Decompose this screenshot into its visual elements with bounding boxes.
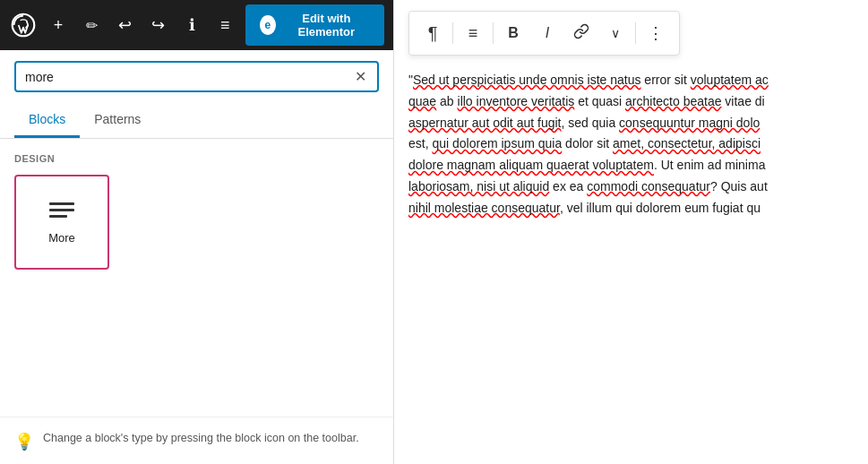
kebab-menu-button[interactable]: ⋮	[640, 17, 672, 49]
tab-blocks[interactable]: Blocks	[14, 103, 80, 138]
design-label: DESIGN	[14, 153, 379, 164]
kebab-icon: ⋮	[648, 23, 665, 43]
content-area: "Sed ut perspiciatis unde omnis iste nat…	[394, 63, 868, 464]
redo-icon: ↪	[151, 15, 165, 35]
align-icon: ≡	[468, 24, 478, 43]
link-icon	[573, 23, 589, 43]
align-button[interactable]: ≡	[457, 17, 489, 49]
more-block-item[interactable]: More	[14, 175, 109, 270]
elementor-icon: e	[260, 15, 276, 35]
hint-area: 💡 Change a block's type by pressing the …	[0, 417, 393, 464]
wp-logo-button[interactable]	[9, 7, 39, 43]
redo-button[interactable]: ↪	[145, 9, 171, 41]
content-paragraph: "Sed ut perspiciatis unde omnis iste nat…	[408, 70, 854, 219]
edit-icon: ✏	[86, 17, 98, 34]
undo-button[interactable]: ↩	[112, 9, 138, 41]
lightbulb-icon: 💡	[14, 432, 34, 451]
search-area: ✕	[0, 50, 393, 103]
more-block-icon	[49, 201, 74, 224]
design-section: DESIGN More	[0, 139, 393, 417]
italic-button[interactable]: I	[531, 17, 563, 49]
info-icon: ℹ	[189, 15, 195, 35]
clear-search-button[interactable]: ✕	[353, 68, 368, 85]
edit-elementor-button[interactable]: e Edit with Elementor	[245, 4, 384, 46]
toolbar-divider-3	[635, 22, 636, 44]
info-button[interactable]: ℹ	[179, 9, 205, 41]
more-options-dropdown-button[interactable]: ∨	[599, 17, 632, 49]
bold-button[interactable]: B	[497, 17, 529, 49]
left-panel: + ✏ ↩ ↪ ℹ ≡ e Edit with Elementor ✕	[0, 0, 394, 464]
right-panel: ¶ ≡ B I ∨ ⋮ "Se	[394, 0, 868, 464]
svg-rect-3	[49, 215, 67, 218]
toolbar-divider-1	[452, 22, 453, 44]
add-block-button[interactable]: +	[46, 9, 72, 41]
list-view-button[interactable]: ≡	[212, 9, 238, 41]
chevron-down-icon: ∨	[611, 26, 620, 40]
plus-icon: +	[54, 16, 64, 35]
bold-icon: B	[508, 25, 519, 41]
edit-button[interactable]: ✏	[79, 9, 105, 41]
svg-point-0	[13, 14, 35, 37]
search-wrapper: ✕	[14, 61, 379, 92]
search-input[interactable]	[25, 70, 353, 84]
svg-rect-2	[49, 209, 74, 211]
italic-icon: I	[546, 25, 549, 41]
svg-rect-1	[49, 202, 74, 205]
tabs-row: Blocks Patterns	[0, 103, 393, 139]
top-toolbar: + ✏ ↩ ↪ ℹ ≡ e Edit with Elementor	[0, 0, 393, 50]
link-button[interactable]	[565, 17, 597, 49]
list-icon: ≡	[220, 16, 230, 35]
toolbar-divider-2	[493, 22, 494, 44]
hint-text: Change a block's type by pressing the bl…	[43, 430, 359, 447]
edit-elementor-label: Edit with Elementor	[283, 12, 370, 39]
more-block-label: More	[48, 231, 75, 245]
undo-icon: ↩	[118, 15, 132, 35]
paragraph-type-button[interactable]: ¶	[417, 17, 449, 49]
tab-patterns[interactable]: Patterns	[80, 103, 155, 138]
block-toolbar: ¶ ≡ B I ∨ ⋮	[408, 11, 680, 56]
paragraph-icon: ¶	[428, 23, 438, 44]
close-icon: ✕	[355, 68, 366, 85]
